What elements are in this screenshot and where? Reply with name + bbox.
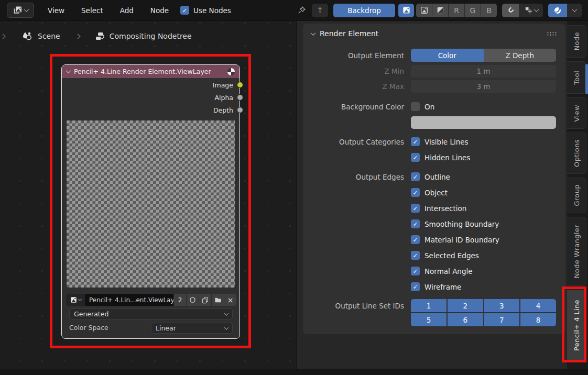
checkbox-hidden-lines[interactable]: ✓ Hidden Lines — [411, 153, 556, 162]
panel-header[interactable]: Render Element — [303, 24, 565, 38]
fake-user-button[interactable] — [186, 294, 199, 306]
sphere-quarter-icon — [227, 68, 235, 75]
image-alpha-button[interactable] — [416, 4, 432, 17]
snap-settings-dropdown[interactable] — [519, 4, 543, 17]
line-set-id-2[interactable]: 2 — [448, 299, 483, 312]
checkbox-smoothing-boundary[interactable]: ✓ Smoothing Boundary — [411, 219, 556, 228]
checkbox-normal-angle[interactable]: ✓ Normal Angle — [411, 267, 556, 275]
tab-node[interactable]: Node — [567, 25, 586, 58]
diagonal-split-icon — [437, 6, 444, 14]
chevron-down-icon[interactable] — [66, 68, 71, 73]
parent-nodetree-button[interactable]: ↑ — [312, 4, 328, 17]
chevron-down-icon — [533, 7, 539, 12]
row-selected-edges: ✓ Selected Edges — [303, 249, 565, 262]
row-object: ✓ Object — [303, 186, 565, 199]
chevron-down-icon — [224, 325, 228, 329]
breadcrumb-nodetree: Compositing Nodetree — [110, 32, 192, 40]
checkbox-intersection[interactable]: ✓ Intersection — [411, 204, 556, 213]
checkbox-label: Wireframe — [424, 283, 461, 291]
tab-pencil-4-line[interactable]: Pencil+ 4 Line — [567, 290, 586, 361]
checkbox-wireframe[interactable]: ✓ Wireframe — [411, 282, 556, 291]
checkbox-icon: ✓ — [411, 172, 420, 181]
row-outline: Output Edges ✓ Outline — [303, 170, 565, 183]
overlays-toggle[interactable] — [548, 4, 568, 17]
image-source-value: Generated — [74, 310, 108, 318]
checkbox-label: Smoothing Boundary — [424, 220, 499, 228]
tab-options[interactable]: Options — [567, 133, 586, 174]
background-color-swatch[interactable] — [411, 116, 556, 129]
checkbox-material-id-boundary[interactable]: ✓ Material ID Boundary — [411, 235, 556, 244]
row-intersection: ✓ Intersection — [303, 202, 565, 215]
channel-b-button[interactable]: B — [481, 4, 497, 17]
channel-g-button[interactable]: G — [465, 4, 481, 17]
unlink-image-button[interactable]: × — [224, 294, 236, 306]
menu-view[interactable]: View — [39, 0, 73, 21]
checkbox-visible-lines[interactable]: ✓ Visible Lines — [411, 137, 556, 146]
checkbox-label: Intersection — [424, 204, 466, 213]
pin-icon[interactable] — [297, 6, 306, 15]
color-space-dropdown[interactable]: Linear — [151, 323, 233, 334]
duplicate-image-button[interactable] — [199, 294, 211, 306]
overlays-dropdown[interactable] — [568, 4, 582, 17]
menu-node[interactable]: Node — [142, 0, 177, 21]
field-label: Output Categories — [303, 138, 404, 146]
menu-select[interactable]: Select — [73, 0, 112, 21]
overlay-sphere-icon — [553, 6, 562, 15]
option-color[interactable]: Color — [411, 49, 484, 62]
checkbox-object[interactable]: ✓ Object — [411, 188, 556, 197]
scrollbar[interactable] — [585, 64, 588, 94]
image-icon — [70, 296, 77, 303]
chevron-right-icon[interactable] — [1, 34, 6, 39]
checkbox-icon: ✓ — [411, 153, 420, 162]
line-set-id-grid-row1: 1 2 3 4 — [411, 299, 556, 312]
menu-add[interactable]: Add — [112, 0, 142, 21]
image-color-channel-button[interactable] — [398, 4, 414, 17]
line-set-id-1[interactable]: 1 — [411, 299, 447, 312]
checkbox-selected-edges[interactable]: ✓ Selected Edges — [411, 251, 556, 260]
option-z-depth[interactable]: Z Depth — [484, 49, 557, 62]
z-max-field[interactable]: 3 m — [411, 80, 556, 93]
row-wireframe: ✓ Wireframe — [303, 280, 565, 293]
nodetree-icon — [94, 31, 105, 41]
socket-depth[interactable] — [237, 107, 243, 113]
line-set-id-7[interactable]: 7 — [484, 313, 519, 326]
line-set-id-4[interactable]: 4 — [520, 299, 556, 312]
users-count-button[interactable]: 2 — [173, 294, 186, 306]
background-color-toggle[interactable]: On — [411, 102, 556, 111]
image-source-dropdown[interactable]: Generated — [69, 308, 233, 319]
node-header[interactable]: Pencil+ 4.Line Render Element.ViewLayer — [62, 65, 239, 78]
line-set-id-3[interactable]: 3 — [484, 299, 519, 312]
line-set-id-6[interactable]: 6 — [448, 313, 483, 326]
folder-icon — [214, 297, 222, 303]
z-min-field[interactable]: 1 m — [411, 65, 556, 78]
row-visible-lines: Output Categories ✓ Visible Lines — [303, 135, 565, 148]
socket-image[interactable] — [237, 82, 243, 88]
channel-r-button[interactable]: R — [449, 4, 465, 17]
check-icon: ✓ — [413, 220, 418, 228]
drag-dots-icon[interactable] — [547, 31, 557, 36]
tab-group[interactable]: Group — [567, 178, 586, 213]
socket-alpha[interactable] — [237, 94, 243, 101]
chevron-down-icon[interactable] — [311, 30, 316, 36]
pencil-line-render-element-node[interactable]: Pencil+ 4.Line Render Element.ViewLayer … — [61, 64, 240, 339]
line-set-id-5[interactable]: 5 — [411, 313, 447, 326]
line-set-id-8[interactable]: 8 — [520, 313, 556, 326]
row-z-min: Z Min 1 m — [303, 64, 565, 78]
tab-view[interactable]: View — [567, 97, 586, 129]
field-label: Output Edges — [303, 173, 404, 181]
browse-image-button[interactable] — [66, 294, 85, 306]
image-name-field[interactable]: Pencil+ 4.Lin...ent.ViewLayer — [85, 294, 173, 306]
checkbox-outline[interactable]: ✓ Outline — [411, 172, 556, 181]
use-nodes-toggle[interactable]: ✓ Use Nodes — [180, 6, 231, 15]
tab-node-wrangler[interactable]: Node Wrangler — [567, 217, 586, 286]
snap-toggle[interactable] — [502, 4, 519, 17]
check-icon: ✓ — [413, 268, 418, 275]
tab-tool[interactable]: Tool — [567, 61, 586, 94]
image-icon — [402, 6, 410, 14]
editor-type-button[interactable] — [7, 3, 34, 18]
open-image-button[interactable] — [211, 294, 224, 306]
diagonal-split-button[interactable] — [432, 4, 449, 17]
chevron-down-icon — [78, 297, 81, 301]
breadcrumb-scene[interactable]: Scene — [38, 32, 60, 40]
backdrop-toggle[interactable]: Backdrop — [333, 4, 395, 17]
